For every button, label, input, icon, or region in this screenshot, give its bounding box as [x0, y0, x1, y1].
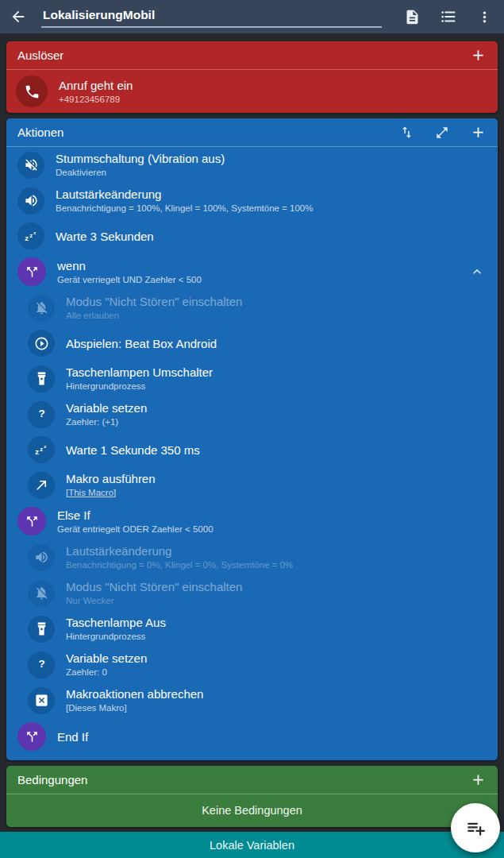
more-vert-icon [476, 9, 493, 25]
icon-circle [28, 616, 55, 643]
trigger-list: Anruf geht ein +49123456789 [6, 70, 498, 113]
list-icon [440, 8, 457, 25]
chevron-up-icon [469, 264, 485, 280]
notifications-off-icon [34, 586, 49, 601]
triggers-header-label: Auslöser [17, 48, 63, 62]
icon-circle [17, 257, 46, 286]
svg-text:z: z [44, 444, 46, 449]
actions-header-label: Aktionen [17, 126, 63, 139]
volume-up-icon [24, 193, 39, 208]
row-title: Makroaktionen abbrechen [66, 686, 487, 701]
text-view-button[interactable] [440, 8, 457, 25]
row-subtitle: Hintergrundprozess [66, 381, 487, 392]
reorder-actions-button[interactable] [399, 125, 414, 140]
row-subtitle: Zaehler: 0 [66, 667, 487, 678]
action-row[interactable]: Abspielen: Beat Box Android [6, 326, 498, 361]
row-title: Taschenlampen Umschalter [66, 365, 487, 380]
svg-text:z: z [40, 445, 43, 452]
action-row[interactable]: Makroaktionen abbrechen [Dieses Makro] [6, 682, 498, 718]
icon-circle [28, 687, 55, 714]
action-row[interactable]: Lautstärkeänderung Benachrichtigung = 10… [6, 183, 498, 218]
row-title: Modus "Nicht Stören" einschalten [66, 579, 487, 594]
icon-circle [17, 187, 44, 214]
actions-list: Stummschaltung (Vibration aus) Deaktivie… [6, 147, 498, 755]
sleep-icon: zzz [24, 229, 39, 244]
expand-actions-button[interactable] [435, 126, 449, 140]
svg-text:?: ? [38, 658, 44, 670]
action-row[interactable]: ? Variable setzen Zaehler: 0 [6, 647, 498, 682]
row-subtitle: Gerät verriegelt UND Zaehler < 500 [57, 274, 458, 286]
flashlight-icon [34, 621, 49, 636]
constraints-header: Bedingungen [6, 766, 498, 794]
app-bar: LokalisierungMobil [0, 0, 504, 33]
add-icon [470, 771, 487, 788]
add-local-variable-fab[interactable] [451, 803, 500, 852]
macro-log-button[interactable] [404, 9, 421, 25]
swap-vert-icon [399, 125, 414, 140]
open-in-full-icon [435, 126, 449, 140]
app-bar-actions [404, 8, 494, 25]
play-circle-icon [34, 336, 49, 351]
add-constraint-button[interactable] [470, 771, 487, 788]
action-row[interactable]: Modus "Nicht Stören" einschalten Nur Wec… [6, 575, 498, 611]
collapse-toggle[interactable] [469, 264, 487, 280]
action-row[interactable]: wenn Gerät verriegelt UND Zaehler < 500 [6, 253, 498, 290]
row-subtitle: Benachrichtigung = 100%, Klingel = 100%,… [56, 203, 487, 214]
back-button[interactable] [6, 5, 30, 29]
action-row[interactable]: zzz Warte 1 Sekunde 350 ms [6, 432, 498, 467]
no-constraints-text: Keine Bedingungen [6, 794, 498, 827]
action-row[interactable]: Stummschaltung (Vibration aus) Deaktivie… [6, 147, 498, 183]
overflow-menu-button[interactable] [476, 9, 493, 25]
icon-circle [17, 722, 46, 751]
icon-circle: ? [28, 401, 55, 428]
action-row[interactable]: ? Variable setzen Zaehler: (+1) [6, 396, 498, 432]
help-icon: ? [34, 657, 49, 672]
trigger-row[interactable]: Anruf geht ein +49123456789 [6, 70, 498, 113]
action-row[interactable]: Lautstärkeänderung Benachrichtigung = 0%… [6, 539, 498, 575]
call-split-icon [25, 265, 40, 280]
triggers-header: Auslöser [6, 41, 498, 70]
cancel-box-icon [34, 693, 49, 708]
row-title: Modus "Nicht Stören" einschalten [66, 294, 487, 309]
row-subtitle: Alle erlauben [66, 310, 487, 322]
row-title: End If [57, 729, 487, 744]
row-subtitle: +49123456789 [59, 94, 488, 106]
row-title: Variable setzen [66, 400, 487, 415]
row-title: Abspielen: Beat Box Android [66, 336, 487, 351]
row-subtitle: Deaktivieren [56, 167, 487, 179]
row-subtitle: [Dieses Makro] [66, 702, 487, 714]
action-row[interactable]: zzz Warte 3 Sekunden [6, 218, 498, 253]
svg-text:z: z [35, 447, 39, 456]
icon-circle: zzz [28, 436, 55, 463]
row-title: Taschenlampe Aus [66, 615, 487, 630]
sleep-icon: zzz [34, 443, 49, 458]
icon-circle: zzz [17, 222, 44, 249]
action-row[interactable]: Else If Gerät entriegelt ODER Zaehler < … [6, 503, 498, 539]
row-subtitle: Zaehler: (+1) [66, 416, 487, 428]
add-trigger-button[interactable] [470, 47, 487, 64]
icon-circle [28, 295, 55, 322]
add-icon [470, 124, 487, 141]
action-row[interactable]: End If [6, 718, 498, 755]
playlist-add-icon [465, 817, 487, 839]
row-subtitle: [This Macro] [66, 487, 487, 499]
row-title: Else If [57, 508, 487, 523]
macro-title-input[interactable]: LokalisierungMobil [41, 6, 382, 28]
call-split-icon [25, 729, 40, 744]
volume-mute-icon [24, 157, 39, 172]
icon-circle [28, 330, 55, 357]
icon-circle [16, 75, 48, 107]
arrow-up-right-icon [34, 477, 49, 493]
icon-circle [17, 507, 46, 535]
document-icon [404, 9, 421, 25]
row-subtitle: Nur Wecker [66, 595, 487, 607]
action-row[interactable]: Taschenlampen Umschalter Hintergrundproz… [6, 361, 498, 396]
local-variables-bar[interactable]: Lokale Variablen [0, 832, 504, 858]
action-row[interactable]: Makro ausführen [This Macro] [6, 467, 498, 503]
action-row[interactable]: Modus "Nicht Stören" einschalten Alle er… [6, 290, 498, 326]
triggers-card: Auslöser Anruf geht ein +49123456789 [6, 41, 498, 113]
help-icon: ? [34, 407, 49, 422]
action-row[interactable]: Taschenlampe Aus Hintergrundprozess [6, 611, 498, 647]
back-arrow-icon [10, 8, 27, 25]
add-action-button[interactable] [470, 124, 487, 141]
